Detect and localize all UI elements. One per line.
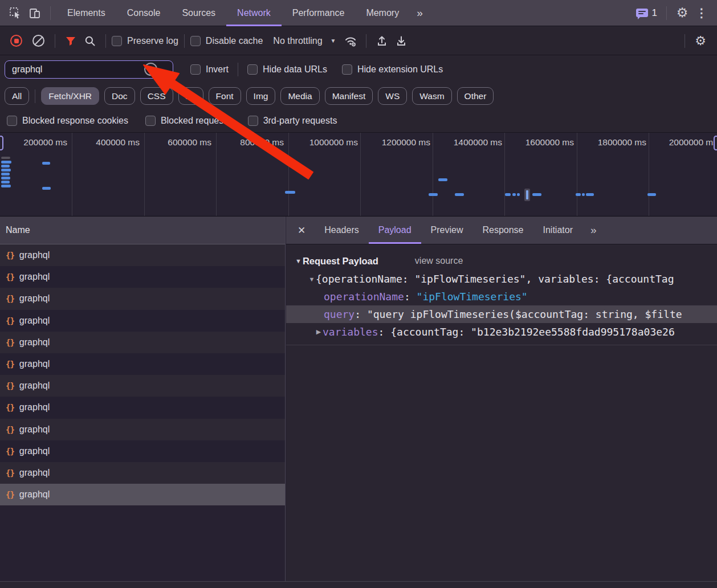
tab-performance[interactable]: Performance xyxy=(282,0,356,26)
third-party-requests-checkbox[interactable] xyxy=(248,116,258,126)
pill-all[interactable]: All xyxy=(5,87,29,105)
pill-media[interactable]: Media xyxy=(280,87,319,105)
blocked-response-cookies-toggle[interactable]: Blocked response cookies xyxy=(7,116,128,126)
tab-initiator[interactable]: Initiator xyxy=(533,217,582,244)
hide-extension-urls-toggle[interactable]: Hide extension URLs xyxy=(342,64,443,75)
export-har-icon[interactable] xyxy=(392,32,411,50)
tab-payload[interactable]: Payload xyxy=(369,217,421,244)
table-row[interactable]: {}graphql xyxy=(0,462,285,484)
tab-network[interactable]: Network xyxy=(226,0,282,26)
tab-sources[interactable]: Sources xyxy=(171,0,226,26)
name-column-header[interactable]: Name xyxy=(0,217,285,244)
request-name: graphql xyxy=(19,424,50,435)
clear-network-log-button[interactable] xyxy=(32,35,44,47)
close-detail-icon[interactable]: ✕ xyxy=(286,224,315,236)
expand-icon[interactable]: ▶ xyxy=(315,328,323,336)
hide-data-urls-checkbox[interactable] xyxy=(247,64,258,75)
hide-extension-urls-checkbox[interactable] xyxy=(342,64,352,75)
fetch-xhr-icon: {} xyxy=(6,316,14,325)
hide-data-urls-toggle[interactable]: Hide data URLs xyxy=(247,64,327,75)
table-row[interactable]: {}graphql xyxy=(0,332,285,353)
timeline-tick: 1000000 ms xyxy=(288,137,362,148)
search-icon[interactable] xyxy=(80,32,100,50)
preserve-log-checkbox[interactable] xyxy=(112,36,122,46)
overview-right-handle[interactable] xyxy=(714,136,717,150)
waterfall-bar xyxy=(1,181,10,183)
pill-img[interactable]: Img xyxy=(246,87,276,105)
fetch-xhr-icon: {} xyxy=(6,425,14,434)
pill-wasm[interactable]: Wasm xyxy=(412,87,451,105)
table-row[interactable]: {}graphql xyxy=(0,266,285,288)
pill-css[interactable]: CSS xyxy=(140,87,173,105)
tab-console[interactable]: Console xyxy=(116,0,172,26)
table-row[interactable]: {}graphql xyxy=(0,310,285,332)
third-party-requests-toggle[interactable]: 3rd-party requests xyxy=(248,116,337,126)
disable-cache-toggle[interactable]: Disable cache xyxy=(190,36,263,46)
payload-row-operation-name[interactable]: operationName: "ipFlowTimeseries" xyxy=(286,288,717,305)
network-settings-gear-icon[interactable]: ⚙ xyxy=(691,32,710,50)
pill-fetch-xhr[interactable]: Fetch/XHR xyxy=(41,87,99,105)
disable-cache-checkbox[interactable] xyxy=(190,36,201,46)
tab-preview[interactable]: Preview xyxy=(421,217,473,244)
table-row[interactable]: {}graphql xyxy=(0,440,285,462)
invert-toggle[interactable]: Invert xyxy=(190,64,229,75)
fetch-xhr-icon: {} xyxy=(6,490,14,499)
waterfall-bar xyxy=(576,193,581,196)
divider xyxy=(55,34,55,48)
third-party-requests-label: 3rd-party requests xyxy=(263,116,337,126)
network-overview-timeline[interactable]: 200000 ms 400000 ms 600000 ms 800000 ms … xyxy=(0,133,717,217)
pill-doc[interactable]: Doc xyxy=(104,87,135,105)
pill-js[interactable]: JS xyxy=(178,87,203,105)
tab-response[interactable]: Response xyxy=(472,217,533,244)
import-har-icon[interactable] xyxy=(372,32,392,50)
view-source-link[interactable]: view source xyxy=(415,256,463,266)
tab-headers[interactable]: Headers xyxy=(315,217,368,244)
waterfall-bar xyxy=(1,185,11,187)
waterfall-bar xyxy=(1,173,10,175)
blocked-requests-checkbox[interactable] xyxy=(145,116,156,126)
collapse-icon[interactable]: ▼ xyxy=(308,276,316,283)
invert-checkbox[interactable] xyxy=(190,64,201,75)
more-tabs-icon[interactable]: » xyxy=(410,0,429,26)
preserve-log-toggle[interactable]: Preserve log xyxy=(112,36,178,46)
table-row[interactable]: {}graphql xyxy=(0,375,285,397)
table-row[interactable]: {}graphql xyxy=(0,397,285,418)
blocked-requests-toggle[interactable]: Blocked requests xyxy=(145,116,231,126)
record-network-log-button[interactable] xyxy=(10,35,22,47)
payload-row-variables[interactable]: ▶ variables: {accountTag: "b12e3b2192ee5… xyxy=(286,323,717,341)
waterfall-bar xyxy=(1,161,11,164)
tab-memory[interactable]: Memory xyxy=(355,0,410,26)
overview-left-handle[interactable] xyxy=(0,136,3,150)
waterfall-bar xyxy=(1,165,10,168)
filter-input[interactable] xyxy=(11,64,144,75)
kebab-menu-icon[interactable]: ⋮ xyxy=(692,5,711,22)
fetch-xhr-icon: {} xyxy=(6,403,14,412)
table-row[interactable]: {}graphql xyxy=(0,288,285,309)
pill-ws[interactable]: WS xyxy=(378,87,407,105)
filter-icon[interactable] xyxy=(61,32,80,50)
throttling-select[interactable]: No throttling ▼ xyxy=(273,36,336,46)
bottom-edge xyxy=(0,581,717,588)
table-row[interactable]: {}graphql xyxy=(0,353,285,375)
collapse-icon[interactable]: ▼ xyxy=(295,258,302,264)
table-row-selected[interactable]: {}graphql xyxy=(0,484,285,505)
tab-elements[interactable]: Elements xyxy=(56,0,116,26)
settings-gear-icon[interactable]: ⚙ xyxy=(673,5,692,22)
clear-filter-icon[interactable]: ✕ xyxy=(144,63,157,76)
inspect-element-icon[interactable] xyxy=(6,5,25,22)
blocked-response-cookies-checkbox[interactable] xyxy=(7,116,17,126)
network-conditions-icon[interactable] xyxy=(341,32,360,50)
request-payload-section[interactable]: ▼ Request Payload view source xyxy=(286,252,717,270)
payload-summary-row[interactable]: ▼ {operationName: "ipFlowTimeseries", va… xyxy=(286,270,717,288)
pill-font[interactable]: Font xyxy=(209,87,241,105)
device-toolbar-icon[interactable] xyxy=(25,5,44,22)
payload-row-query-highlighted[interactable]: query: "query ipFlowTimeseries($accountT… xyxy=(286,305,717,323)
pill-manifest[interactable]: Manifest xyxy=(325,87,373,105)
table-row[interactable]: {}graphql xyxy=(0,419,285,440)
more-detail-tabs-icon[interactable]: » xyxy=(582,224,604,236)
waterfall-bar xyxy=(455,193,464,196)
pill-other[interactable]: Other xyxy=(457,87,494,105)
table-row[interactable]: {}graphql xyxy=(0,244,285,266)
waterfall-bar xyxy=(582,193,585,196)
issues-button[interactable]: 1 xyxy=(636,7,657,19)
